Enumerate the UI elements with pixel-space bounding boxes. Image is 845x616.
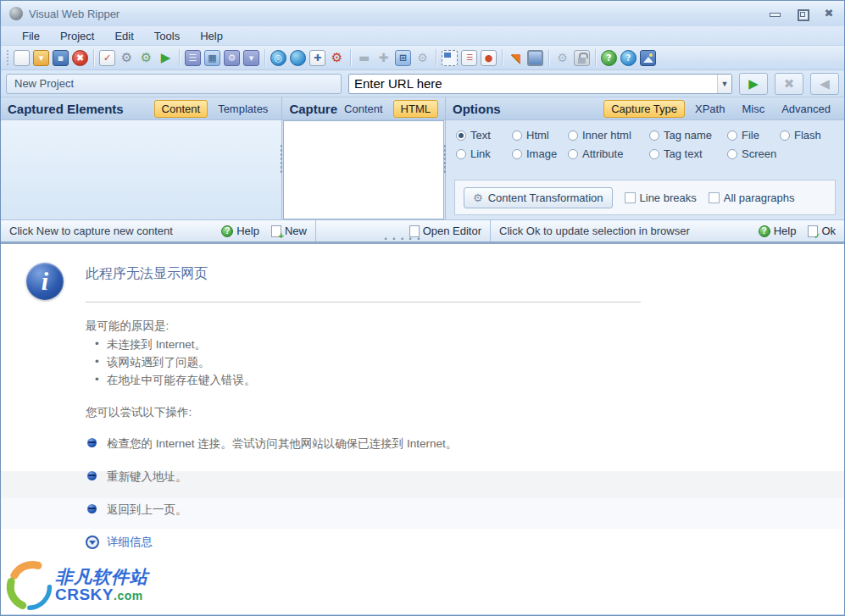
minimize-button[interactable] — [768, 8, 781, 19]
content-transformation-button[interactable]: ⚙ Content Transformation — [464, 187, 613, 208]
new-content-button[interactable]: New — [271, 225, 307, 237]
toolbar-separator — [595, 49, 596, 66]
toolbar-separator — [548, 49, 549, 66]
error-page-title: 此程序无法显示网页 — [86, 265, 208, 283]
toolbar-separator — [502, 49, 503, 66]
capture-pointer-icon[interactable]: ◥ — [508, 50, 524, 66]
radio-text[interactable]: Text — [456, 129, 512, 142]
tab-captured-templates[interactable]: Templates — [211, 101, 275, 117]
menu-edit[interactable]: Edit — [105, 28, 142, 44]
radio-dot — [568, 130, 578, 141]
more-info-link[interactable]: 详细信息 — [86, 535, 153, 550]
radio-dot — [649, 130, 659, 141]
options-help-button[interactable]: ? Help — [759, 225, 797, 237]
menu-help[interactable]: Help — [191, 28, 232, 44]
add-element-icon[interactable]: ✚ — [375, 50, 392, 66]
open-project-icon[interactable]: ▾ — [33, 50, 49, 66]
tree-view-icon[interactable]: ⊞ — [395, 50, 411, 66]
capture-text-area[interactable] — [283, 120, 444, 219]
menu-project[interactable]: Project — [51, 28, 103, 44]
browser-window-icon[interactable] — [527, 50, 543, 66]
project-options-icon[interactable]: ✓ — [99, 50, 115, 66]
tab-misc[interactable]: Misc — [735, 101, 771, 117]
radio-screen[interactable]: Screen — [727, 147, 783, 160]
browse-web-icon[interactable]: ◎ — [270, 50, 286, 66]
menu-file[interactable]: File — [13, 28, 49, 44]
action-item: 检查您的 Internet 连接。尝试访问其他网站以确保已连接到 Interne… — [107, 436, 457, 452]
radio-tag-name[interactable]: Tag name — [649, 129, 727, 142]
radio-dot — [780, 130, 790, 141]
new-project-icon[interactable] — [14, 50, 30, 66]
radio-file[interactable]: File — [727, 129, 780, 142]
close-project-icon[interactable]: ✖ — [72, 50, 88, 66]
toolbar-separator — [436, 49, 436, 66]
go-button[interactable]: ▶ — [739, 73, 768, 95]
radio-link[interactable]: Link — [456, 147, 512, 160]
captured-elements-panel: Captured Elements Content Templates — [1, 97, 282, 219]
close-button[interactable]: ✖ — [822, 8, 836, 19]
import-data-icon[interactable]: ▾ — [243, 50, 259, 66]
radio-image[interactable]: Image — [512, 147, 568, 160]
run-configuration-icon[interactable]: ⚙ — [138, 50, 154, 66]
swirl-logo-icon — [4, 560, 53, 611]
cancel-tools-icon[interactable]: ⚙ — [329, 50, 345, 66]
image-viewer-icon[interactable] — [640, 50, 656, 66]
radio-dot — [568, 149, 578, 159]
project-name-field[interactable]: New Project — [6, 74, 342, 94]
all-paragraphs-checkbox[interactable]: All paragraphs — [709, 191, 795, 204]
tab-captured-content[interactable]: Content — [154, 100, 208, 118]
radio-inner-html[interactable]: Inner html — [568, 129, 649, 142]
radio-dot — [649, 149, 659, 159]
internet-options-icon[interactable] — [290, 50, 306, 66]
checkbox-icon — [709, 192, 720, 203]
save-project-icon[interactable]: ▪ — [53, 50, 69, 66]
tool-panels: Captured Elements Content Templates Capt… — [1, 97, 844, 219]
run-project-icon[interactable]: ▶ — [158, 50, 174, 66]
tab-xpath[interactable]: XPath — [688, 101, 731, 117]
restore-button[interactable] — [795, 8, 809, 19]
stop-button[interactable]: ✖ — [775, 73, 803, 95]
ok-button[interactable]: Ok — [808, 225, 836, 237]
radio-tag-text[interactable]: Tag text — [649, 147, 727, 160]
splitter-dots[interactable]: • • • • • — [385, 236, 422, 241]
record-navigation-icon[interactable]: ● — [481, 50, 497, 66]
toolbar-separator — [350, 49, 351, 66]
data-options-icon[interactable]: ⚙ — [224, 50, 240, 66]
cause-item: 未连接到 Internet。 — [107, 337, 206, 352]
table-view-icon[interactable]: ▦ — [204, 50, 220, 66]
radio-dot — [727, 149, 737, 159]
tab-capture-html[interactable]: HTML — [393, 100, 438, 118]
schedule-project-icon[interactable]: ⚙ — [119, 50, 135, 66]
select-element-icon[interactable] — [442, 50, 458, 66]
captured-help-button[interactable]: ? Help — [221, 225, 259, 237]
url-dropdown-button[interactable]: ▼ — [717, 75, 731, 93]
captured-elements-list[interactable] — [1, 120, 281, 219]
watermark-site-name: 非凡软件站 — [55, 568, 148, 586]
back-button[interactable]: ◀ — [810, 73, 839, 95]
bullet-icon — [87, 438, 97, 447]
radio-flash[interactable]: Flash — [780, 129, 836, 142]
web-help-icon[interactable]: ? — [620, 50, 637, 66]
help-icon[interactable]: ? — [601, 50, 617, 66]
export-data-icon[interactable]: ☰ — [185, 50, 201, 66]
form-fields-icon[interactable]: ☰ — [461, 50, 477, 66]
url-input[interactable] — [349, 75, 717, 92]
panel-splitter-left[interactable] — [280, 144, 283, 173]
menu-tools[interactable]: Tools — [145, 28, 189, 44]
toolbar-separator — [264, 49, 265, 66]
line-breaks-checkbox[interactable]: Line breaks — [625, 191, 697, 204]
tab-advanced[interactable]: Advanced — [775, 101, 837, 117]
panel-status-row: Click New to capture new content ? Help … — [1, 219, 844, 243]
tab-capture-content[interactable]: Content — [337, 101, 390, 117]
tab-capture-type[interactable]: Capture Type — [603, 100, 685, 118]
radio-html[interactable]: Html — [512, 129, 568, 142]
new-template-icon[interactable]: ✚ — [309, 50, 325, 66]
lock-disabled-icon — [574, 50, 590, 66]
new-page-icon — [271, 225, 281, 237]
project-url-bar: New Project ▼ ▶ ✖ ◀ — [1, 70, 844, 97]
action-item: 返回到上一页。 — [107, 502, 187, 518]
cause-item: 在地址中可能存在键入错误。 — [107, 373, 256, 388]
radio-attribute[interactable]: Attribute — [568, 147, 649, 160]
remove-element-icon[interactable]: ▬ — [356, 50, 372, 66]
url-combobox: ▼ — [348, 74, 732, 94]
